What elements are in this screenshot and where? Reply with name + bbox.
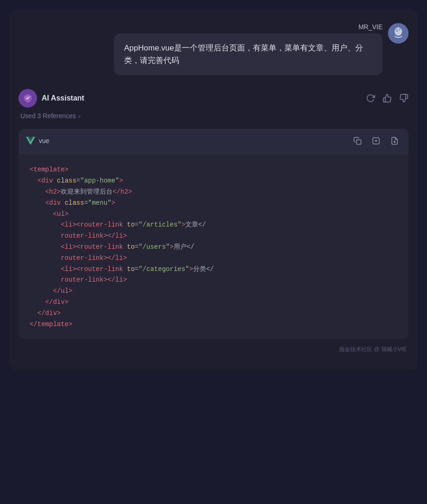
user-message-row: MR_VIE AppHome.vue是一个管理后台页面，有菜单，菜单有文章、用户… bbox=[19, 23, 408, 75]
svg-point-3 bbox=[399, 28, 401, 31]
ai-message-section: AI Assistant bbox=[19, 89, 408, 353]
ai-avatar bbox=[19, 89, 37, 107]
chat-container: MR_VIE AppHome.vue是一个管理后台页面，有菜单，菜单有文章、用户… bbox=[9, 9, 418, 370]
code-line: </div> bbox=[30, 297, 397, 308]
user-bubble: AppHome.vue是一个管理后台页面，有菜单，菜单有文章、用户、分类，请完善… bbox=[114, 33, 383, 75]
code-actions bbox=[351, 134, 401, 147]
code-lang-label: vue bbox=[39, 137, 50, 145]
avatar bbox=[388, 23, 408, 44]
svg-rect-5 bbox=[357, 140, 361, 145]
code-line: <ul> bbox=[30, 209, 397, 220]
code-line: router-link></li> bbox=[30, 231, 397, 242]
code-line: </div> bbox=[30, 308, 397, 319]
ai-header-left: AI Assistant bbox=[19, 89, 84, 107]
thumbdown-button[interactable] bbox=[399, 94, 408, 103]
references-text[interactable]: Used 3 References bbox=[20, 112, 76, 120]
ai-actions bbox=[366, 94, 408, 103]
code-line: router-link></li> bbox=[30, 253, 397, 264]
code-line: <template> bbox=[30, 164, 397, 176]
ai-header: AI Assistant bbox=[19, 89, 408, 107]
code-line: <li><router-link to="/articles">文章</ bbox=[30, 220, 397, 231]
user-message-content: MR_VIE AppHome.vue是一个管理后台页面，有菜单，菜单有文章、用户… bbox=[114, 23, 383, 75]
code-line: <li><router-link to="/categories">分类</ bbox=[30, 264, 397, 275]
code-lang: vue bbox=[26, 137, 50, 145]
refresh-button[interactable] bbox=[366, 94, 375, 103]
watermark: 掘金技术社区 @ 我喊小VIE bbox=[19, 346, 408, 353]
references-chevron: › bbox=[79, 113, 81, 120]
user-name: MR_VIE bbox=[358, 23, 383, 31]
code-line: router-link></li> bbox=[30, 275, 397, 286]
newfile-button[interactable] bbox=[388, 134, 401, 147]
references-row[interactable]: Used 3 References › bbox=[20, 112, 408, 120]
code-header: vue bbox=[19, 129, 408, 153]
code-block: vue bbox=[19, 129, 408, 339]
copy-button[interactable] bbox=[351, 134, 364, 147]
insert-button[interactable] bbox=[370, 134, 383, 147]
code-line: </ul> bbox=[30, 286, 397, 297]
code-line: </template> bbox=[30, 319, 397, 330]
code-line: <h2>欢迎来到管理后台</h2> bbox=[30, 187, 397, 198]
ai-name: AI Assistant bbox=[42, 94, 84, 102]
code-line: <li><router-link to="/users">用户</ bbox=[30, 242, 397, 253]
svg-point-1 bbox=[395, 27, 402, 36]
thumbup-button[interactable] bbox=[383, 94, 392, 103]
vue-icon bbox=[26, 137, 35, 145]
svg-point-2 bbox=[396, 29, 398, 32]
code-content: <template> <div class="app-home"> <h2>欢迎… bbox=[19, 153, 408, 339]
code-line: <div class="app-home"> bbox=[30, 176, 397, 187]
code-line: <div class="menu"> bbox=[30, 198, 397, 209]
